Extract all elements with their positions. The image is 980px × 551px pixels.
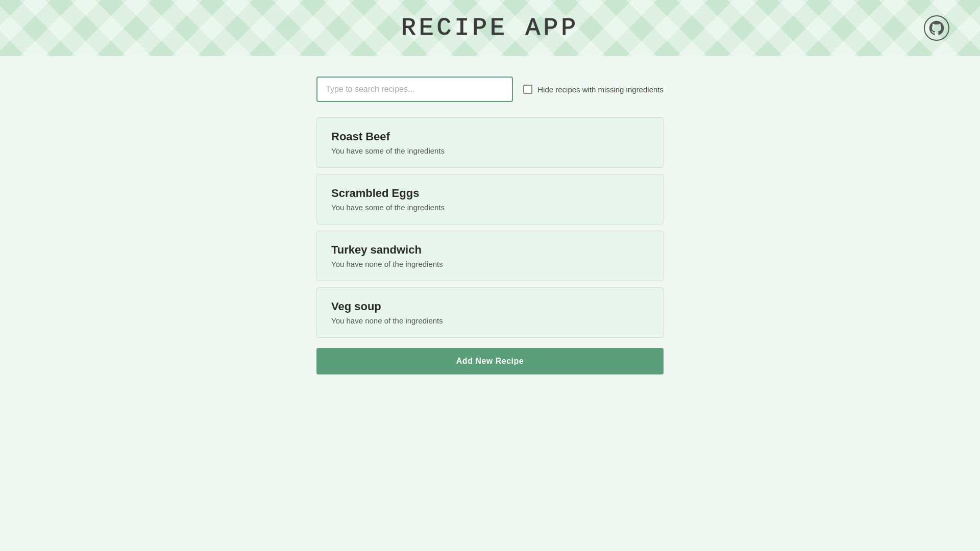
app-header: RECIPE APP	[0, 0, 980, 56]
recipe-card-2[interactable]: Scrambled Eggs You have some of the ingr…	[316, 174, 664, 224]
hide-missing-label[interactable]: Hide recipes with missing ingredients	[523, 85, 664, 94]
search-area: Hide recipes with missing ingredients	[316, 77, 664, 102]
recipe-name-1: Roast Beef	[331, 130, 649, 143]
search-input[interactable]	[316, 77, 513, 102]
app-title: RECIPE APP	[401, 14, 579, 42]
hide-missing-text: Hide recipes with missing ingredients	[537, 85, 664, 94]
recipe-name-3: Turkey sandwich	[331, 243, 649, 257]
recipe-card-3[interactable]: Turkey sandwich You have none of the ing…	[316, 231, 664, 281]
recipe-name-4: Veg soup	[331, 300, 649, 313]
hide-missing-checkbox[interactable]	[523, 85, 532, 94]
github-icon[interactable]	[924, 15, 949, 41]
recipe-card-1[interactable]: Roast Beef You have some of the ingredie…	[316, 117, 664, 168]
recipe-list: Roast Beef You have some of the ingredie…	[316, 117, 664, 344]
recipe-status-4: You have none of the ingredients	[331, 316, 649, 325]
add-recipe-button[interactable]: Add New Recipe	[316, 348, 664, 374]
recipe-status-1: You have some of the ingredients	[331, 146, 649, 155]
recipe-status-3: You have none of the ingredients	[331, 260, 649, 268]
main-content: Hide recipes with missing ingredients Ro…	[306, 56, 674, 395]
recipe-name-2: Scrambled Eggs	[331, 187, 649, 200]
recipe-status-2: You have some of the ingredients	[331, 203, 649, 212]
recipe-card-4[interactable]: Veg soup You have none of the ingredient…	[316, 287, 664, 338]
